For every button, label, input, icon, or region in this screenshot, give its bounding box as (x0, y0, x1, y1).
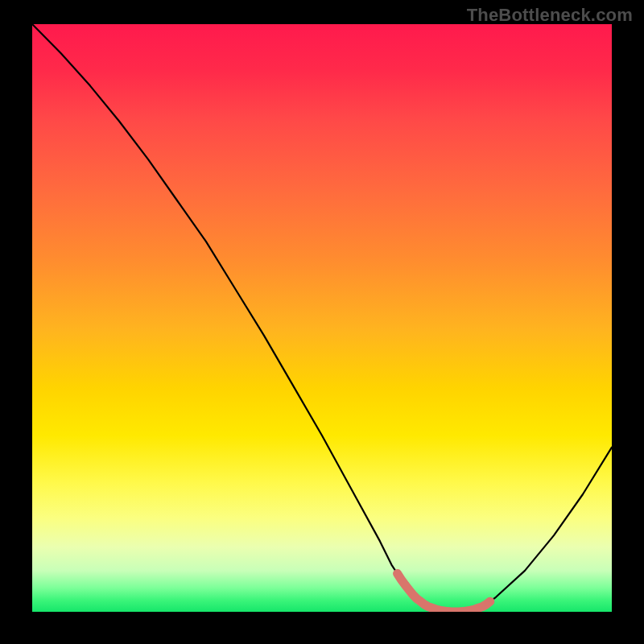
watermark-text: TheBottleneck.com (467, 5, 633, 26)
optimum-marker (32, 24, 612, 612)
plot-area (32, 24, 612, 612)
chart-frame: TheBottleneck.com (0, 0, 644, 644)
